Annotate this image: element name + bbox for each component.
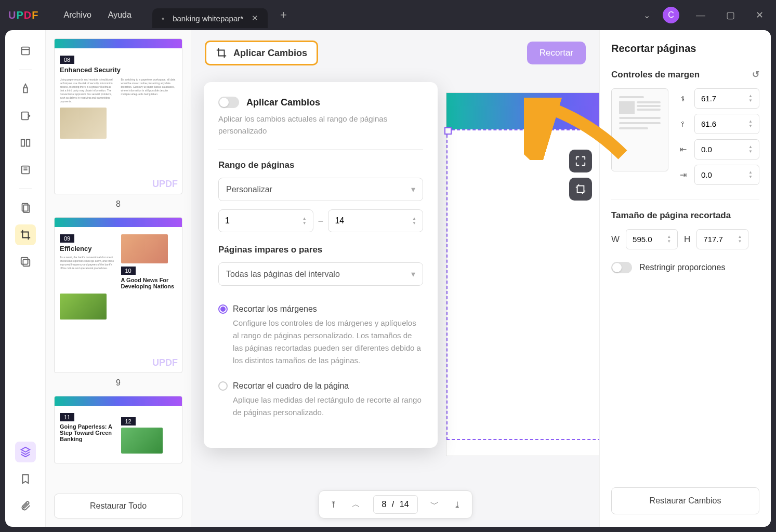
svg-rect-7 bbox=[21, 258, 28, 264]
tool-view-icon[interactable] bbox=[15, 41, 36, 61]
page-thumbnail[interactable]: 11 Going Paperless: A Step Toward Green … bbox=[54, 396, 182, 463]
apply-toggle[interactable] bbox=[218, 97, 239, 108]
next-page-icon[interactable]: ﹀ bbox=[424, 495, 445, 514]
attachment-icon[interactable] bbox=[15, 496, 36, 516]
width-input[interactable]: 595.0▲▼ bbox=[626, 229, 678, 249]
crop-tool-icon[interactable] bbox=[569, 178, 592, 201]
radio-icon bbox=[218, 381, 228, 391]
svg-rect-0 bbox=[21, 47, 29, 55]
crop-button[interactable]: Recortar bbox=[527, 42, 586, 64]
page-indicator[interactable]: 8 / 14 bbox=[373, 495, 417, 514]
menu-file[interactable]: Archivo bbox=[63, 10, 91, 20]
first-page-icon[interactable]: ⤒ bbox=[323, 495, 344, 514]
page-badge: 08 bbox=[60, 56, 74, 64]
radio-icon bbox=[218, 304, 228, 314]
margin-preview bbox=[611, 88, 668, 171]
margin-left-icon: ⇤ bbox=[677, 144, 689, 154]
tool-layers-icon[interactable] bbox=[15, 442, 36, 462]
watermark: UPDF bbox=[152, 179, 178, 190]
restrict-proportions-toggle[interactable] bbox=[611, 262, 632, 273]
range-to-input[interactable]: 14 ▲▼ bbox=[328, 209, 423, 232]
thumb-page-number: 9 bbox=[54, 378, 182, 388]
apply-changes-button[interactable]: Aplicar Cambios bbox=[205, 41, 318, 65]
crop-icon bbox=[216, 47, 227, 59]
tool-crop-icon[interactable] bbox=[15, 224, 36, 245]
minimize-button[interactable]: ― bbox=[692, 8, 709, 23]
panel-title: Recortar páginas bbox=[611, 43, 759, 55]
bookmark-icon[interactable] bbox=[15, 469, 36, 489]
page-thumb-title: Enhanced Security bbox=[60, 66, 177, 74]
document-tab[interactable]: • banking whitepapar* ✕ bbox=[152, 8, 268, 28]
range-from-input[interactable]: 1 ▲▼ bbox=[218, 209, 313, 232]
page-navigator: ⤒ ︿ 8 / 14 ﹀ ⤓ bbox=[318, 490, 472, 518]
fit-page-icon[interactable] bbox=[569, 150, 592, 172]
app-logo: UPDF bbox=[8, 9, 38, 21]
user-avatar[interactable]: C bbox=[663, 7, 679, 23]
tool-batch-icon[interactable] bbox=[15, 251, 36, 272]
svg-rect-9 bbox=[577, 186, 584, 193]
svg-rect-1 bbox=[21, 112, 28, 120]
prev-page-icon[interactable]: ︿ bbox=[346, 495, 366, 514]
odd-even-select[interactable]: Todas las páginas del intervalo▾ bbox=[218, 262, 423, 286]
tab-title: banking whitepapar* bbox=[173, 14, 243, 23]
thumb-page-number: 8 bbox=[54, 200, 182, 209]
close-button[interactable]: ✕ bbox=[752, 7, 768, 23]
crop-box-radio[interactable]: Recortar el cuadro de la página bbox=[218, 381, 423, 391]
margin-right-icon: ⇥ bbox=[677, 170, 689, 180]
restore-changes-button[interactable]: Restaurar Cambios bbox=[611, 487, 759, 514]
tool-pages-icon[interactable] bbox=[15, 132, 36, 153]
maximize-button[interactable]: ▢ bbox=[722, 7, 739, 23]
reset-margin-icon[interactable]: ↺ bbox=[752, 69, 759, 80]
tool-highlight-icon[interactable] bbox=[15, 78, 36, 99]
svg-rect-8 bbox=[23, 259, 30, 266]
crop-margins-radio[interactable]: Recortar los márgenes bbox=[218, 304, 423, 314]
margin-bottom-input[interactable]: 61.6▲▼ bbox=[694, 114, 759, 134]
page-thumbnail[interactable]: 09 Efficiency As a result, the bank's co… bbox=[54, 217, 182, 373]
chevron-down-icon[interactable]: ⌄ bbox=[643, 10, 650, 20]
add-tab-icon[interactable]: + bbox=[280, 8, 287, 22]
tool-organize-icon[interactable] bbox=[15, 197, 36, 218]
tool-edit-icon[interactable] bbox=[15, 105, 36, 126]
margin-top-input[interactable]: 61.7▲▼ bbox=[694, 88, 759, 109]
page-thumbnail[interactable]: 08 Enhanced Security Using paper records… bbox=[54, 38, 182, 194]
last-page-icon[interactable]: ⤓ bbox=[447, 495, 468, 514]
apply-changes-popup: Aplicar Cambios Aplicar los cambios actu… bbox=[204, 82, 438, 448]
margin-bottom-icon: ⫯ bbox=[677, 119, 689, 129]
height-input[interactable]: 717.7▲▼ bbox=[696, 229, 748, 249]
margin-right-input[interactable]: 0.0▲▼ bbox=[694, 165, 759, 185]
tab-close-icon[interactable]: ✕ bbox=[252, 14, 258, 23]
margin-top-icon: ⫮ bbox=[677, 94, 689, 103]
restore-all-button[interactable]: Restaurar Todo bbox=[54, 494, 182, 518]
tool-form-icon[interactable] bbox=[15, 159, 36, 180]
margin-left-input[interactable]: 0.0▲▼ bbox=[694, 139, 759, 159]
svg-rect-3 bbox=[26, 140, 29, 147]
range-select[interactable]: Personalizar▾ bbox=[218, 178, 423, 201]
menu-help[interactable]: Ayuda bbox=[108, 10, 131, 20]
svg-rect-2 bbox=[21, 140, 24, 147]
